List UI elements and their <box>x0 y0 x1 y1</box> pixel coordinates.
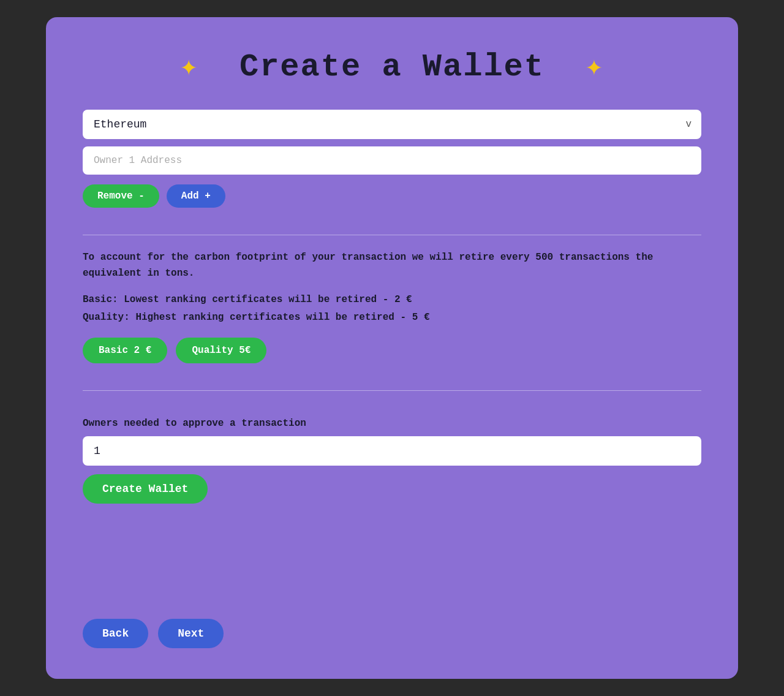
basic-button[interactable]: Basic 2 € <box>83 338 167 363</box>
add-button[interactable]: Add + <box>167 184 225 208</box>
create-wallet-button[interactable]: Create Wallet <box>83 474 208 504</box>
nav-buttons: Back Next <box>83 619 224 648</box>
eco-button-row: Basic 2 € Quality 5€ <box>83 338 701 363</box>
carbon-section: To account for the carbon footprint of y… <box>83 250 701 363</box>
owner-address-input[interactable] <box>83 146 701 175</box>
sparkle-left-icon: ✦ <box>180 51 199 84</box>
basic-option-text: Basic: Lowest ranking certificates will … <box>83 291 701 309</box>
divider-2 <box>83 390 701 391</box>
quality-option-text: Quality: Highest ranking certificates wi… <box>83 309 701 327</box>
blockchain-select[interactable]: Ethereum Bitcoin Polygon Solana <box>83 110 701 139</box>
title-text: Create a Wallet <box>239 49 545 85</box>
remove-button[interactable]: Remove - <box>83 184 159 208</box>
blockchain-select-wrapper: Ethereum Bitcoin Polygon Solana v <box>83 110 701 139</box>
divider-1 <box>83 235 701 235</box>
quality-button[interactable]: Quality 5€ <box>176 338 266 363</box>
owners-count-input[interactable] <box>83 436 701 466</box>
sparkle-right-icon: ✦ <box>585 51 604 84</box>
main-container: ✦ Create a Wallet ✦ Ethereum Bitcoin Pol… <box>46 17 738 679</box>
next-button[interactable]: Next <box>158 619 224 648</box>
back-button[interactable]: Back <box>83 619 148 648</box>
carbon-description: To account for the carbon footprint of y… <box>83 250 701 281</box>
owners-section: Owners needed to approve a transaction C… <box>83 418 701 504</box>
blockchain-form-section: Ethereum Bitcoin Polygon Solana v Remove… <box>83 110 701 208</box>
owners-label: Owners needed to approve a transaction <box>83 418 701 429</box>
owner-button-row: Remove - Add + <box>83 184 701 208</box>
page-title: ✦ Create a Wallet ✦ <box>83 48 701 85</box>
carbon-options: Basic: Lowest ranking certificates will … <box>83 291 701 327</box>
